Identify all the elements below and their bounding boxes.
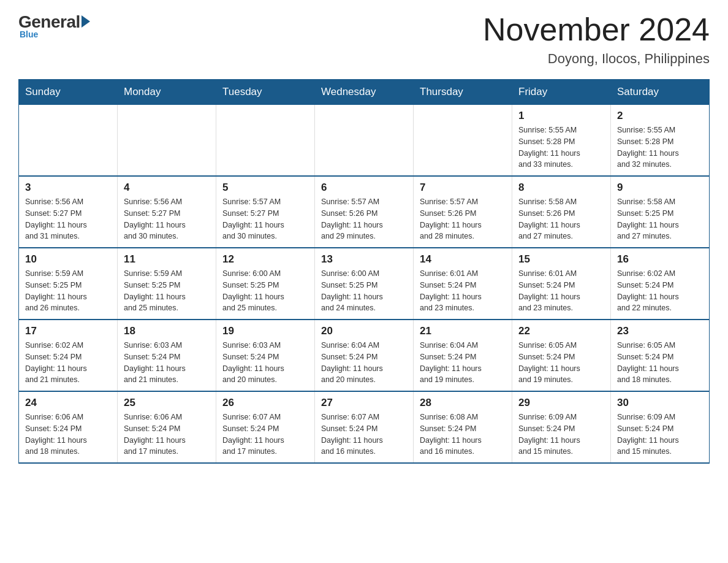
calendar-week-row: 24Sunrise: 6:06 AMSunset: 5:24 PMDayligh…: [19, 391, 710, 463]
calendar-cell: 27Sunrise: 6:07 AMSunset: 5:24 PMDayligh…: [315, 391, 414, 463]
calendar-cell: 28Sunrise: 6:08 AMSunset: 5:24 PMDayligh…: [414, 391, 512, 463]
calendar-cell: [414, 105, 512, 177]
day-info: Sunrise: 6:09 AMSunset: 5:24 PMDaylight:…: [617, 412, 703, 458]
calendar-cell: 3Sunrise: 5:56 AMSunset: 5:27 PMDaylight…: [19, 176, 118, 248]
day-info: Sunrise: 6:02 AMSunset: 5:24 PMDaylight:…: [25, 340, 111, 386]
calendar-cell: 8Sunrise: 5:58 AMSunset: 5:26 PMDaylight…: [512, 176, 611, 248]
calendar-cell: 19Sunrise: 6:03 AMSunset: 5:24 PMDayligh…: [216, 320, 315, 391]
calendar-cell: [118, 105, 216, 177]
calendar-cell: 21Sunrise: 6:04 AMSunset: 5:24 PMDayligh…: [414, 320, 512, 391]
day-number: 13: [321, 253, 407, 266]
logo-blue-text: Blue: [20, 29, 38, 39]
calendar-cell: 18Sunrise: 6:03 AMSunset: 5:24 PMDayligh…: [118, 320, 216, 391]
calendar-cell: 10Sunrise: 5:59 AMSunset: 5:25 PMDayligh…: [19, 248, 118, 320]
day-number: 9: [617, 182, 703, 194]
calendar-cell: 7Sunrise: 5:57 AMSunset: 5:26 PMDaylight…: [414, 176, 512, 248]
calendar-cell: 2Sunrise: 5:55 AMSunset: 5:28 PMDaylight…: [611, 105, 710, 177]
calendar-cell: 4Sunrise: 5:56 AMSunset: 5:27 PMDaylight…: [118, 176, 216, 248]
day-number: 1: [518, 110, 604, 122]
calendar-cell: 5Sunrise: 5:57 AMSunset: 5:27 PMDaylight…: [216, 176, 315, 248]
calendar-cell: 14Sunrise: 6:01 AMSunset: 5:24 PMDayligh…: [414, 248, 512, 320]
day-info: Sunrise: 5:59 AMSunset: 5:25 PMDaylight:…: [124, 268, 210, 314]
day-number: 3: [25, 182, 111, 194]
day-number: 27: [321, 397, 407, 409]
logo-arrow-icon: [82, 15, 90, 28]
calendar-week-row: 3Sunrise: 5:56 AMSunset: 5:27 PMDaylight…: [19, 176, 710, 248]
day-info: Sunrise: 5:57 AMSunset: 5:26 PMDaylight:…: [420, 196, 506, 242]
weekday-header-tuesday: Tuesday: [216, 80, 315, 105]
calendar-cell: [19, 105, 118, 177]
weekday-header-monday: Monday: [118, 80, 216, 105]
day-info: Sunrise: 5:59 AMSunset: 5:25 PMDaylight:…: [25, 268, 111, 314]
day-info: Sunrise: 6:04 AMSunset: 5:24 PMDaylight:…: [420, 340, 506, 386]
weekday-header-saturday: Saturday: [611, 80, 710, 105]
month-title: November 2024: [483, 12, 710, 47]
day-info: Sunrise: 6:04 AMSunset: 5:24 PMDaylight:…: [321, 340, 407, 386]
calendar-cell: 22Sunrise: 6:05 AMSunset: 5:24 PMDayligh…: [512, 320, 611, 391]
calendar-cell: [315, 105, 414, 177]
calendar-cell: 9Sunrise: 5:58 AMSunset: 5:25 PMDaylight…: [611, 176, 710, 248]
day-number: 12: [222, 253, 308, 266]
location-text: Doyong, Ilocos, Philippines: [483, 51, 710, 67]
day-number: 17: [25, 325, 111, 337]
day-info: Sunrise: 6:06 AMSunset: 5:24 PMDaylight:…: [124, 412, 210, 458]
day-info: Sunrise: 5:56 AMSunset: 5:27 PMDaylight:…: [25, 196, 111, 242]
day-info: Sunrise: 6:01 AMSunset: 5:24 PMDaylight:…: [518, 268, 604, 314]
weekday-header-row: SundayMondayTuesdayWednesdayThursdayFrid…: [19, 80, 710, 105]
calendar-cell: 11Sunrise: 5:59 AMSunset: 5:25 PMDayligh…: [118, 248, 216, 320]
day-info: Sunrise: 6:03 AMSunset: 5:24 PMDaylight:…: [124, 340, 210, 386]
day-info: Sunrise: 6:07 AMSunset: 5:24 PMDaylight:…: [321, 412, 407, 458]
day-number: 7: [420, 182, 506, 194]
calendar-cell: 30Sunrise: 6:09 AMSunset: 5:24 PMDayligh…: [611, 391, 710, 463]
calendar-week-row: 10Sunrise: 5:59 AMSunset: 5:25 PMDayligh…: [19, 248, 710, 320]
calendar-cell: 13Sunrise: 6:00 AMSunset: 5:25 PMDayligh…: [315, 248, 414, 320]
day-number: 28: [420, 397, 506, 409]
day-number: 8: [518, 182, 604, 194]
calendar-week-row: 17Sunrise: 6:02 AMSunset: 5:24 PMDayligh…: [19, 320, 710, 391]
day-number: 15: [518, 253, 604, 266]
day-number: 30: [617, 397, 703, 409]
calendar-cell: 15Sunrise: 6:01 AMSunset: 5:24 PMDayligh…: [512, 248, 611, 320]
day-info: Sunrise: 6:00 AMSunset: 5:25 PMDaylight:…: [321, 268, 407, 314]
day-number: 6: [321, 182, 407, 194]
calendar-cell: 24Sunrise: 6:06 AMSunset: 5:24 PMDayligh…: [19, 391, 118, 463]
day-info: Sunrise: 6:09 AMSunset: 5:24 PMDaylight:…: [518, 412, 604, 458]
day-number: 10: [25, 253, 111, 266]
calendar-week-row: 1Sunrise: 5:55 AMSunset: 5:28 PMDaylight…: [19, 105, 710, 177]
day-info: Sunrise: 6:01 AMSunset: 5:24 PMDaylight:…: [420, 268, 506, 314]
day-info: Sunrise: 6:02 AMSunset: 5:24 PMDaylight:…: [617, 268, 703, 314]
weekday-header-wednesday: Wednesday: [315, 80, 414, 105]
day-number: 21: [420, 325, 506, 337]
day-number: 26: [222, 397, 308, 409]
day-info: Sunrise: 5:58 AMSunset: 5:25 PMDaylight:…: [617, 196, 703, 242]
calendar-cell: 20Sunrise: 6:04 AMSunset: 5:24 PMDayligh…: [315, 320, 414, 391]
calendar-table: SundayMondayTuesdayWednesdayThursdayFrid…: [18, 79, 710, 464]
weekday-header-sunday: Sunday: [19, 80, 118, 105]
day-info: Sunrise: 5:57 AMSunset: 5:27 PMDaylight:…: [222, 196, 308, 242]
day-info: Sunrise: 6:03 AMSunset: 5:24 PMDaylight:…: [222, 340, 308, 386]
calendar-cell: 17Sunrise: 6:02 AMSunset: 5:24 PMDayligh…: [19, 320, 118, 391]
logo: General Blue: [18, 12, 90, 39]
day-number: 14: [420, 253, 506, 266]
day-number: 5: [222, 182, 308, 194]
day-number: 22: [518, 325, 604, 337]
page-header: General Blue November 2024 Doyong, Iloco…: [18, 12, 710, 67]
day-info: Sunrise: 6:05 AMSunset: 5:24 PMDaylight:…: [617, 340, 703, 386]
day-info: Sunrise: 6:08 AMSunset: 5:24 PMDaylight:…: [420, 412, 506, 458]
day-number: 16: [617, 253, 703, 266]
day-number: 19: [222, 325, 308, 337]
calendar-cell: 6Sunrise: 5:57 AMSunset: 5:26 PMDaylight…: [315, 176, 414, 248]
day-info: Sunrise: 6:07 AMSunset: 5:24 PMDaylight:…: [222, 412, 308, 458]
day-info: Sunrise: 5:58 AMSunset: 5:26 PMDaylight:…: [518, 196, 604, 242]
day-info: Sunrise: 5:55 AMSunset: 5:28 PMDaylight:…: [518, 124, 604, 170]
day-info: Sunrise: 6:06 AMSunset: 5:24 PMDaylight:…: [25, 412, 111, 458]
day-info: Sunrise: 5:57 AMSunset: 5:26 PMDaylight:…: [321, 196, 407, 242]
day-number: 29: [518, 397, 604, 409]
day-number: 23: [617, 325, 703, 337]
calendar-cell: 26Sunrise: 6:07 AMSunset: 5:24 PMDayligh…: [216, 391, 315, 463]
weekday-header-thursday: Thursday: [414, 80, 512, 105]
day-number: 24: [25, 397, 111, 409]
day-number: 20: [321, 325, 407, 337]
day-number: 4: [124, 182, 210, 194]
calendar-cell: [216, 105, 315, 177]
